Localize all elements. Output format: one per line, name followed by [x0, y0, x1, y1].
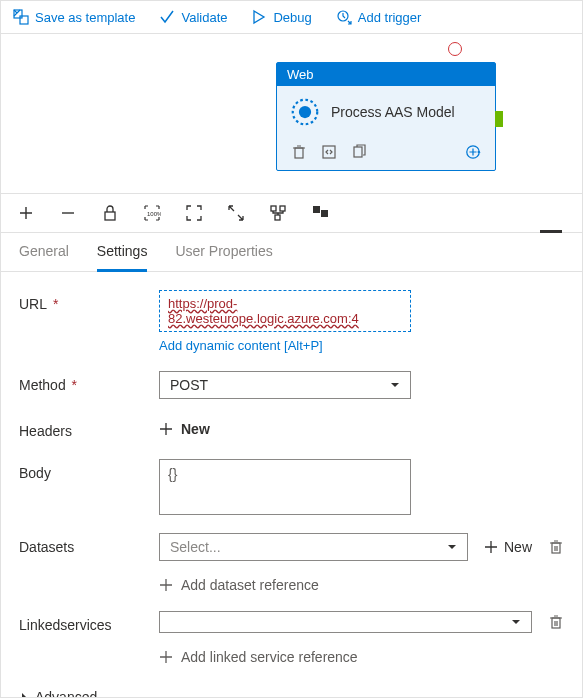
- tabs-bar: General Settings User Properties: [1, 233, 582, 272]
- tab-user-properties[interactable]: User Properties: [175, 243, 272, 271]
- svg-rect-7: [354, 147, 362, 157]
- add-dataset-ref-label: Add dataset reference: [181, 577, 319, 593]
- svg-text:100%: 100%: [147, 211, 161, 217]
- svg-rect-13: [275, 215, 280, 220]
- activity-type-label: Web: [277, 63, 495, 86]
- svg-rect-5: [295, 148, 303, 158]
- save-template-icon: [13, 9, 29, 25]
- plus-icon: [159, 422, 173, 436]
- url-label: URL *: [19, 290, 159, 312]
- trigger-icon: [336, 9, 352, 25]
- linkedservices-select[interactable]: [159, 611, 532, 633]
- debug-button[interactable]: Debug: [251, 9, 311, 25]
- method-label: Method *: [19, 371, 159, 393]
- layout-icon[interactable]: [311, 204, 329, 222]
- svg-rect-12: [280, 206, 285, 211]
- auto-align-icon[interactable]: [269, 204, 287, 222]
- web-activity-node[interactable]: Web Process AAS Model: [276, 62, 496, 171]
- zoom-in-icon[interactable]: [17, 204, 35, 222]
- new-label: New: [504, 539, 532, 555]
- datasets-new-button[interactable]: New: [484, 539, 532, 555]
- debug-label: Debug: [273, 10, 311, 25]
- delete-activity-icon[interactable]: [291, 144, 307, 160]
- web-icon: [291, 98, 319, 126]
- svg-rect-17: [552, 618, 560, 628]
- add-dataset-reference-button[interactable]: Add dataset reference: [159, 577, 564, 593]
- add-trigger-button[interactable]: Add trigger: [336, 9, 422, 25]
- svg-rect-14: [313, 206, 320, 213]
- datasets-label: Datasets: [19, 533, 159, 555]
- method-value: POST: [170, 377, 208, 393]
- lock-icon[interactable]: [101, 204, 119, 222]
- validate-button[interactable]: Validate: [159, 9, 227, 25]
- play-icon: [251, 9, 267, 25]
- new-label: New: [181, 421, 210, 437]
- delete-dataset-icon[interactable]: [548, 539, 564, 555]
- tab-settings[interactable]: Settings: [97, 243, 148, 272]
- headers-new-button[interactable]: New: [159, 417, 564, 441]
- expand-icon[interactable]: [227, 204, 245, 222]
- add-output-icon[interactable]: [465, 144, 481, 160]
- body-label: Body: [19, 459, 159, 481]
- plus-icon: [159, 578, 173, 592]
- fit-screen-icon[interactable]: [185, 204, 203, 222]
- chevron-down-icon: [447, 542, 457, 552]
- add-linked-service-reference-button[interactable]: Add linked service reference: [159, 649, 564, 665]
- headers-label: Headers: [19, 417, 159, 439]
- save-as-template-button[interactable]: Save as template: [13, 9, 135, 25]
- svg-rect-1: [20, 16, 28, 24]
- plus-icon: [159, 650, 173, 664]
- advanced-label: Advanced: [35, 689, 97, 698]
- datasets-placeholder: Select...: [170, 539, 221, 555]
- top-toolbar: Save as template Validate Debug Add trig…: [1, 1, 582, 34]
- svg-rect-16: [552, 543, 560, 553]
- pipeline-canvas[interactable]: Web Process AAS Model: [1, 34, 582, 194]
- settings-form: URL * https://prod-82.westeurope.logic.a…: [1, 272, 582, 698]
- save-template-label: Save as template: [35, 10, 135, 25]
- code-icon[interactable]: [321, 144, 337, 160]
- add-linked-ref-label: Add linked service reference: [181, 649, 358, 665]
- zoom-100-icon[interactable]: 100%: [143, 204, 161, 222]
- zoom-out-icon[interactable]: [59, 204, 77, 222]
- method-select[interactable]: POST: [159, 371, 411, 399]
- linkedservices-label: Linkedservices: [19, 611, 159, 633]
- canvas-toolbar: 100%: [1, 194, 582, 233]
- chevron-down-icon: [511, 617, 521, 627]
- status-circle: [448, 42, 462, 56]
- body-textarea[interactable]: [159, 459, 411, 515]
- resize-handle[interactable]: [540, 230, 562, 233]
- copy-icon[interactable]: [351, 144, 367, 160]
- activity-title: Process AAS Model: [331, 104, 455, 120]
- advanced-toggle[interactable]: Advanced: [19, 683, 564, 698]
- add-trigger-label: Add trigger: [358, 10, 422, 25]
- svg-rect-9: [105, 212, 115, 220]
- check-icon: [159, 9, 175, 25]
- url-input[interactable]: https://prod-82.westeurope.logic.azure.c…: [159, 290, 411, 332]
- plus-icon: [484, 540, 498, 554]
- svg-rect-6: [323, 146, 335, 158]
- svg-point-4: [299, 106, 311, 118]
- add-dynamic-content-link[interactable]: Add dynamic content [Alt+P]: [159, 338, 564, 353]
- svg-rect-15: [321, 210, 328, 217]
- tab-general[interactable]: General: [19, 243, 69, 271]
- chevron-right-icon: [19, 692, 29, 698]
- datasets-select[interactable]: Select...: [159, 533, 468, 561]
- chevron-down-icon: [390, 380, 400, 390]
- output-connector[interactable]: [495, 111, 503, 127]
- svg-rect-11: [271, 206, 276, 211]
- delete-linkedservice-icon[interactable]: [548, 614, 564, 630]
- validate-label: Validate: [181, 10, 227, 25]
